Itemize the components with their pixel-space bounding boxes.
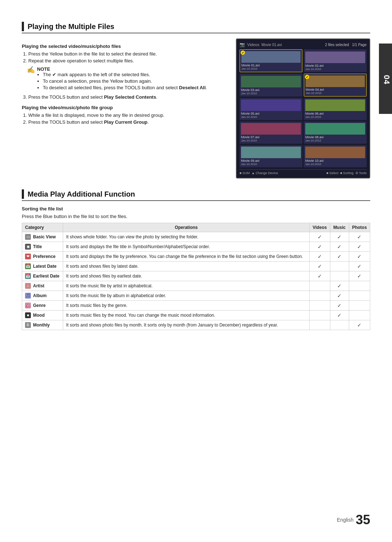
- note-label: NOTE: [37, 66, 50, 72]
- table-header-row: Category Operations Videos Music Photos: [22, 223, 370, 232]
- check-icon: ✓: [337, 293, 342, 299]
- music-check: [330, 271, 349, 281]
- screen-item: Movie 08.avi Jan.10.2012: [304, 122, 367, 144]
- side-tab: 04 Advanced Features: [379, 44, 392, 114]
- table-body: ▭Basic ViewIt shows whole folder. You ca…: [22, 232, 370, 330]
- thumb-5: [241, 99, 301, 111]
- item-name-8: Movie 08.avi: [305, 135, 365, 139]
- photos-check: [349, 301, 370, 311]
- category-name: Basic View: [33, 234, 56, 239]
- section1-content: Playing the selected video/music/photo f…: [22, 38, 370, 178]
- category-name: Album: [33, 293, 46, 298]
- col-operations: Operations: [63, 223, 310, 232]
- check-icon: ✓: [337, 244, 342, 250]
- item-date-9: Jan.10.2010: [241, 163, 301, 166]
- step3: Press the TOOLS button and select Play S…: [28, 94, 229, 100]
- screen-item: ✔ Movie 01.avi Jan.10.2010: [240, 49, 302, 72]
- category-cell: ▭Basic View: [22, 232, 63, 242]
- category-name: Monthly: [33, 323, 50, 328]
- cat-cell-content: 🗓Monthly: [25, 322, 60, 328]
- category-cell: 📆Earliest Date: [22, 271, 63, 281]
- table-row: 🗓MonthlyIt sorts and shows photo files b…: [22, 320, 370, 330]
- check-badge-4: ✔: [305, 75, 309, 79]
- operation-cell: It sorts and shows files by earliest dat…: [63, 271, 310, 281]
- photos-check: ✓: [349, 271, 370, 281]
- check-icon: ✓: [318, 234, 322, 240]
- cat-cell-content: 📅Latest Date: [25, 263, 60, 269]
- item-date-5: Jan.10.2010: [241, 115, 301, 119]
- screen-grid: ✔ Movie 01.avi Jan.10.2010 Movie 02.avi …: [240, 49, 367, 167]
- photos-check: [349, 311, 370, 320]
- side-tab-number: 04: [382, 75, 391, 85]
- section2-heading: Media Play Additional Function: [22, 189, 370, 201]
- item-name-9: Movie 09.avi: [241, 159, 301, 163]
- item-date-7: Jan.10.2010: [241, 139, 301, 142]
- music-check: ✓: [330, 232, 349, 242]
- item-date-10: Jan.10.2010: [305, 163, 365, 166]
- note-item-1: The ✔ mark appears to the left of the se…: [43, 72, 207, 77]
- col-music: Music: [330, 223, 349, 232]
- videos-check: [309, 301, 330, 311]
- item-date-4: Jan.10.2010: [306, 91, 365, 95]
- item-name-5: Movie 05.avi: [241, 112, 301, 115]
- cat-icon-icon-monthly: 🗓: [25, 322, 31, 328]
- operation-cell: It sorts the music file by artist in alp…: [63, 281, 310, 291]
- videos-check: [309, 281, 330, 291]
- item-name-10: Movie 10.avi: [305, 159, 365, 163]
- item-name-3: Movie 03.avi: [241, 88, 301, 92]
- videos-check: [309, 311, 330, 320]
- check-icon: ✓: [318, 254, 322, 259]
- thumb-7: [241, 123, 301, 135]
- footer-page-number: 35: [356, 512, 370, 527]
- photos-check: [349, 281, 370, 291]
- thumb-10: [305, 147, 365, 158]
- item-date-1: Jan.10.2010: [241, 67, 301, 70]
- section2-heading-bar: [22, 189, 24, 199]
- note-item-3: To deselect all selected files, press th…: [43, 85, 207, 90]
- check-icon: ✓: [357, 273, 362, 279]
- section1-left: Playing the selected video/music/photo f…: [22, 38, 229, 178]
- steps-list: Press the Yellow button in the file list…: [28, 51, 229, 63]
- screen-item: Movie 03.avi Jan.10.2010: [240, 74, 302, 97]
- check-icon: ✓: [318, 263, 322, 269]
- check-icon: ✓: [337, 312, 342, 318]
- check-icon: ✓: [357, 263, 362, 269]
- group-step1: While a file list is displayed, move to …: [28, 112, 229, 118]
- check-icon: ✓: [337, 303, 342, 308]
- item-date-3: Jan.10.2010: [241, 92, 301, 95]
- videos-check: ✓: [309, 262, 330, 271]
- table-row: 📅Latest DateIt sorts and shows files by …: [22, 262, 370, 271]
- footer-english: English: [337, 517, 354, 523]
- section1-right: 📷 Videos Movie 01.avi 2 files selected 1…: [236, 38, 370, 178]
- item-date-8: Jan.10.2012: [305, 139, 365, 142]
- table-row: ▭Basic ViewIt shows whole folder. You ca…: [22, 232, 370, 242]
- operation-cell: It sorts music files by the genre.: [63, 301, 310, 311]
- category-cell: ❤Preference: [22, 252, 63, 262]
- table-row: ▣TitleIt sorts and displays the file tit…: [22, 242, 370, 252]
- music-check: ✓: [330, 281, 349, 291]
- screen-item: Movie 10.avi Jan.10.2010: [304, 145, 367, 167]
- cat-icon-icon-preference: ❤: [25, 254, 31, 259]
- cat-cell-content: ♪Artist: [25, 283, 60, 289]
- check-icon: ✓: [337, 234, 342, 240]
- operation-cell: It sorts music files by the mood. You ca…: [63, 311, 310, 320]
- cat-cell-content: 📆Earliest Date: [25, 273, 60, 279]
- operation-cell: It sorts and displays the file by prefer…: [63, 252, 310, 262]
- operation-cell: It sorts and shows files by latest date.: [63, 262, 310, 271]
- screen-item: Movie 07.avi Jan.10.2010: [240, 122, 302, 144]
- group-step2: Press the TOOLS button and select Play C…: [28, 119, 229, 125]
- category-cell: ♪Artist: [22, 281, 63, 291]
- videos-check: ✓: [309, 232, 330, 242]
- check-icon: ✓: [357, 234, 362, 240]
- music-check: ✓: [330, 252, 349, 262]
- check-icon: ✓: [357, 322, 362, 328]
- screen-info: 2 files selected 1/1 Page: [325, 43, 367, 47]
- category-cell: 🎵Album: [22, 291, 63, 301]
- item-name-2: Movie 02.avi: [305, 64, 365, 67]
- cat-icon-icon-basic-view: ▭: [25, 234, 31, 240]
- step1: Press the Yellow button in the file list…: [28, 51, 229, 57]
- note-icon: ✍: [27, 66, 35, 74]
- videos-check: ✓: [309, 271, 330, 281]
- thumb-6: [305, 99, 365, 111]
- category-cell: ■Mood: [22, 311, 63, 320]
